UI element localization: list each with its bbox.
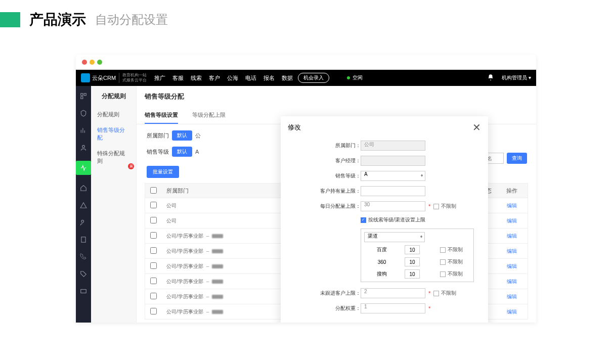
edit-link[interactable]: 编辑	[507, 203, 517, 208]
row-checkbox[interactable]	[145, 232, 161, 240]
panel-title: 销售等级分配	[137, 86, 536, 107]
channel-name: 百度	[364, 246, 400, 253]
unfollow-input[interactable]: 2	[361, 288, 425, 298]
th-op: 操作	[496, 187, 528, 195]
nav-phone[interactable]: 电话	[245, 74, 256, 82]
row-op: 编辑	[496, 278, 528, 285]
row-op: 编辑	[496, 233, 528, 240]
phone-icon[interactable]	[79, 253, 88, 261]
channel-unlimited[interactable]: 不限制	[440, 270, 463, 278]
required-mark-3: *	[428, 305, 430, 311]
edit-link[interactable]: 编辑	[507, 279, 517, 284]
row-checkbox[interactable]	[145, 262, 161, 270]
filter-level-btn[interactable]: 默认	[172, 147, 192, 157]
dept-input: 公司	[361, 141, 425, 151]
topbar-right: 机构管理员 ▾	[487, 74, 531, 82]
manager-input	[361, 156, 425, 166]
notification-badge[interactable]: 展	[128, 163, 134, 169]
bell-icon[interactable]	[487, 74, 494, 82]
row-checkbox[interactable]	[145, 202, 161, 209]
sidebar-item-level[interactable]: 销售等级分配	[91, 122, 136, 146]
sub-sidebar-title: 分配规则	[91, 92, 136, 101]
cloud-icon	[81, 73, 90, 82]
user-icon[interactable]	[79, 144, 88, 152]
filter-dept-btn[interactable]: 默认	[172, 130, 192, 141]
nav-promo[interactable]: 推广	[154, 74, 165, 82]
channel-input[interactable]	[405, 245, 420, 254]
edit-link[interactable]: 编辑	[507, 233, 517, 239]
modal-title: 修改	[288, 123, 301, 132]
row-checkbox[interactable]	[145, 278, 161, 285]
edit-link[interactable]: 编辑	[507, 309, 517, 314]
channel-unlimited[interactable]: 不限制	[440, 246, 463, 253]
channel-input[interactable]	[405, 257, 420, 266]
sidebar-item-rule[interactable]: 分配规则	[91, 107, 136, 122]
row-checkbox[interactable]	[145, 293, 161, 300]
svg-point-3	[82, 145, 85, 148]
batch-button[interactable]: 批量设置	[147, 166, 179, 178]
filter-level-val: A	[195, 149, 199, 155]
cap-input[interactable]	[361, 186, 425, 196]
search-button[interactable]: 查询	[507, 153, 527, 164]
modal-body: 所属部门 公司 客户经理 销售等级 A 客户持有量上限	[281, 139, 488, 323]
nav-data[interactable]: 数据	[282, 74, 293, 82]
card-icon[interactable]	[79, 287, 88, 295]
channel-input[interactable]	[405, 269, 420, 279]
nav-pool[interactable]: 公海	[227, 74, 238, 82]
row-op: 编辑	[496, 248, 528, 255]
close-dot[interactable]	[82, 60, 87, 65]
dashboard-icon[interactable]	[79, 92, 88, 100]
row-op: 编辑	[496, 293, 528, 300]
channel-select[interactable]: 渠道	[364, 232, 425, 242]
entry-button[interactable]: 机会录入	[298, 73, 329, 83]
nav-service[interactable]: 客服	[172, 74, 184, 82]
weight-label: 分配权重	[316, 305, 361, 312]
edit-link[interactable]: 编辑	[507, 248, 517, 254]
daily-unlimited[interactable]: 不限制	[433, 203, 456, 210]
level-select[interactable]: A	[361, 171, 425, 181]
warning-icon[interactable]	[79, 201, 88, 209]
nav-leads[interactable]: 线索	[191, 74, 202, 82]
shield-icon[interactable]	[79, 109, 88, 117]
chart-icon[interactable]	[79, 126, 88, 134]
window-controls	[76, 55, 536, 70]
svg-rect-2	[81, 97, 83, 99]
edit-link[interactable]: 编辑	[507, 218, 517, 223]
nav-customer[interactable]: 客户	[209, 74, 220, 82]
tab-level-setting[interactable]: 销售等级设置	[145, 107, 178, 124]
page-main-title: 产品演示	[29, 10, 86, 29]
close-icon[interactable]: ✕	[472, 121, 481, 133]
status-indicator[interactable]: 空闲	[347, 74, 363, 81]
svg-rect-1	[84, 94, 86, 96]
by-channel-checkbox[interactable]: 按线索等级/渠道设置上限	[361, 216, 425, 223]
browser-window: 云朵CRM 教育机构一站 式服务云平台 推广 客服 线索 客户 公海 电话 报名…	[76, 55, 536, 323]
logo-tagline: 教育机构一站 式服务云平台	[119, 73, 147, 82]
svg-rect-6	[81, 290, 86, 293]
tab-level-cap[interactable]: 等级分配上限	[192, 107, 226, 124]
tag-icon[interactable]	[79, 270, 88, 278]
weight-input[interactable]: 1	[361, 303, 425, 313]
minimize-dot[interactable]	[90, 60, 95, 65]
row-op: 编辑	[496, 308, 528, 315]
doc-icon[interactable]	[79, 236, 88, 244]
row-checkbox[interactable]	[145, 247, 161, 255]
row-op: 编辑	[496, 202, 528, 209]
user-role[interactable]: 机构管理员 ▾	[502, 74, 531, 81]
dept-label: 所属部门	[316, 142, 361, 149]
row-checkbox[interactable]	[145, 308, 161, 315]
settings-icon[interactable]	[76, 161, 91, 175]
daily-input[interactable]: 30	[361, 201, 425, 211]
row-checkbox[interactable]	[145, 217, 161, 224]
edit-link[interactable]: 编辑	[507, 263, 517, 269]
th-checkbox[interactable]	[145, 187, 161, 195]
maximize-dot[interactable]	[97, 60, 102, 65]
nav-signup[interactable]: 报名	[264, 74, 275, 82]
channel-name: 搜狗	[364, 270, 400, 278]
channel-unlimited[interactable]: 不限制	[440, 258, 463, 265]
user2-icon[interactable]	[79, 218, 88, 226]
home-icon[interactable]	[79, 184, 88, 192]
unfollow-unlimited[interactable]: 不限制	[433, 290, 456, 297]
top-nav: 推广 客服 线索 客户 公海 电话 报名 数据	[154, 74, 293, 82]
edit-link[interactable]: 编辑	[507, 294, 517, 299]
logo[interactable]: 云朵CRM 教育机构一站 式服务云平台	[81, 73, 147, 82]
